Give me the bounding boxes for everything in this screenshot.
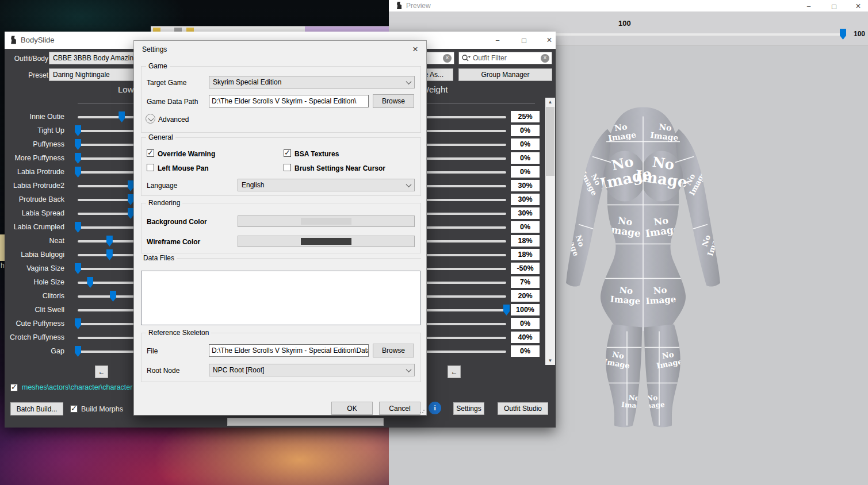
group-manager-button[interactable]: Group Manager xyxy=(458,68,552,81)
settings-button[interactable]: Settings xyxy=(453,402,484,415)
high-weight-value-field[interactable]: 30% xyxy=(511,194,540,205)
maximize-icon[interactable]: □ xyxy=(515,34,533,47)
minimize-icon[interactable]: − xyxy=(800,0,817,13)
brush-settings-label: Brush Settings Near Cursor xyxy=(295,164,385,172)
batch-build-button[interactable]: Batch Build... xyxy=(10,402,63,415)
resize-grip[interactable] xyxy=(419,408,425,414)
high-weight-value-field[interactable]: 18% xyxy=(511,249,540,260)
preview-weight-slider-thumb[interactable] xyxy=(840,29,846,40)
low-weight-slider-thumb[interactable] xyxy=(128,194,134,205)
low-weight-slider-thumb[interactable] xyxy=(75,139,81,150)
slider-label: Gap xyxy=(5,347,64,355)
maximize-icon[interactable]: □ xyxy=(825,0,843,13)
scroll-up-icon[interactable]: ▲ xyxy=(545,98,555,106)
high-weight-value-field[interactable]: 0% xyxy=(511,345,540,357)
info-icon[interactable]: i xyxy=(429,402,441,414)
low-weight-slider-thumb[interactable] xyxy=(75,222,81,233)
svg-text:Image: Image xyxy=(645,294,676,307)
high-weight-value-field[interactable]: 18% xyxy=(511,235,540,247)
brush-settings-checkbox[interactable] xyxy=(284,164,291,171)
body-model: NoImage NoImage NoImage NoImage NoImage … xyxy=(557,105,729,429)
target-game-value: Skyrim Special Edition xyxy=(213,78,281,86)
advanced-label[interactable]: Advanced xyxy=(158,116,189,124)
weight-value-label: 100 xyxy=(618,19,631,28)
svg-text:Image: Image xyxy=(610,294,641,307)
mesh-checkbox[interactable] xyxy=(10,384,18,391)
slider-label: Clitoris xyxy=(5,292,64,300)
low-weight-reset-button[interactable]: ← xyxy=(95,365,108,378)
low-weight-slider-thumb[interactable] xyxy=(75,167,81,178)
browse-game-path-button[interactable]: Browse xyxy=(373,94,414,108)
high-weight-value-field[interactable]: 40% xyxy=(511,332,540,343)
file-label: File xyxy=(147,347,158,355)
override-warning-checkbox[interactable] xyxy=(147,149,154,157)
high-weight-value-field[interactable]: 0% xyxy=(511,152,540,164)
high-weight-value-field[interactable]: 30% xyxy=(511,207,540,219)
low-weight-slider-thumb[interactable] xyxy=(75,346,81,357)
bsa-textures-checkbox[interactable] xyxy=(284,149,291,157)
root-node-dropdown[interactable]: NPC Root [Root] xyxy=(209,364,415,376)
game-data-path-field[interactable]: D:\The Elder Scrolls V Skyrim - Special … xyxy=(209,95,369,107)
low-weight-slider-thumb[interactable] xyxy=(128,208,134,219)
wireframe-color-button[interactable] xyxy=(238,236,415,247)
low-weight-slider-thumb[interactable] xyxy=(75,125,81,136)
target-game-dropdown[interactable]: Skyrim Special Edition xyxy=(209,76,415,88)
game-data-path-label: Game Data Path xyxy=(147,98,198,106)
low-weight-slider-thumb[interactable] xyxy=(75,318,81,329)
slider-scrollbar[interactable]: ▲ ▼ xyxy=(545,98,555,365)
slider-label: Tight Up xyxy=(5,126,64,134)
slider-label: Crotch Puffyness xyxy=(5,333,64,341)
low-weight-slider-thumb[interactable] xyxy=(106,249,113,260)
browse-skeleton-button[interactable]: Browse xyxy=(373,344,414,357)
clear-filter-icon[interactable]: × xyxy=(541,54,549,63)
high-weight-reset-button[interactable]: ← xyxy=(448,365,461,378)
build-morphs-checkbox[interactable] xyxy=(70,405,78,413)
low-weight-slider-thumb[interactable] xyxy=(106,236,113,247)
ok-button[interactable]: OK xyxy=(331,402,373,415)
skeleton-file-field[interactable]: D:\The Elder Scrolls V Skyrim - Special … xyxy=(209,344,369,357)
low-weight-slider-thumb[interactable] xyxy=(118,111,125,122)
low-weight-slider-thumb[interactable] xyxy=(87,277,93,288)
outfit-filter-field[interactable]: Outfit Filter × xyxy=(458,52,552,64)
svg-text:Image: Image xyxy=(621,401,646,410)
background-color-button[interactable] xyxy=(238,215,415,227)
scrollbar-thumb[interactable] xyxy=(546,107,555,176)
high-weight-value-field[interactable]: 0% xyxy=(511,125,540,136)
high-weight-value-field[interactable]: -50% xyxy=(511,263,540,274)
language-dropdown[interactable]: English xyxy=(238,179,415,191)
chevron-down-icon xyxy=(406,367,412,372)
close-icon[interactable]: × xyxy=(541,34,558,47)
high-weight-value-field[interactable]: 7% xyxy=(511,276,540,288)
low-weight-slider-thumb[interactable] xyxy=(128,180,134,191)
scroll-down-icon[interactable]: ▼ xyxy=(545,356,555,365)
cancel-button[interactable]: Cancel xyxy=(379,402,420,415)
advanced-expander-icon[interactable] xyxy=(146,114,155,124)
low-weight-slider-thumb[interactable] xyxy=(75,263,81,274)
clear-filter-icon[interactable]: × xyxy=(443,54,452,63)
data-files-listbox[interactable] xyxy=(141,271,420,325)
high-weight-slider-thumb[interactable] xyxy=(503,305,510,315)
svg-text:Image: Image xyxy=(640,401,665,410)
outfit-studio-button[interactable]: Outfit Studio xyxy=(498,402,548,415)
high-weight-value-field[interactable]: 100% xyxy=(511,304,540,315)
bodyslide-window-title: BodySlide xyxy=(21,36,55,44)
high-weight-value-field[interactable]: 0% xyxy=(511,166,540,178)
high-weight-value-field[interactable]: 25% xyxy=(511,111,540,122)
bodyslide-app-icon xyxy=(10,36,17,45)
high-weight-value-field[interactable]: 0% xyxy=(511,138,540,150)
high-weight-value-field[interactable]: 0% xyxy=(511,318,540,329)
low-weight-slider-thumb[interactable] xyxy=(110,291,116,302)
high-weight-value-field[interactable]: 0% xyxy=(511,221,540,233)
rendering-group-label: Rendering xyxy=(146,199,182,207)
minimize-icon[interactable]: − xyxy=(489,34,506,47)
high-weight-value-field[interactable]: 20% xyxy=(511,290,540,302)
build-morphs-label: Build Morphs xyxy=(81,405,123,413)
close-icon[interactable]: × xyxy=(850,0,867,13)
game-group-label: Game xyxy=(146,62,170,70)
low-weight-slider-thumb[interactable] xyxy=(75,153,81,164)
high-weight-value-field[interactable]: 30% xyxy=(511,180,540,191)
chevron-down-icon xyxy=(406,79,412,84)
left-mouse-pan-checkbox[interactable] xyxy=(147,164,154,171)
slider-label: More Puffyness xyxy=(5,154,64,162)
close-icon[interactable]: × xyxy=(409,43,422,56)
